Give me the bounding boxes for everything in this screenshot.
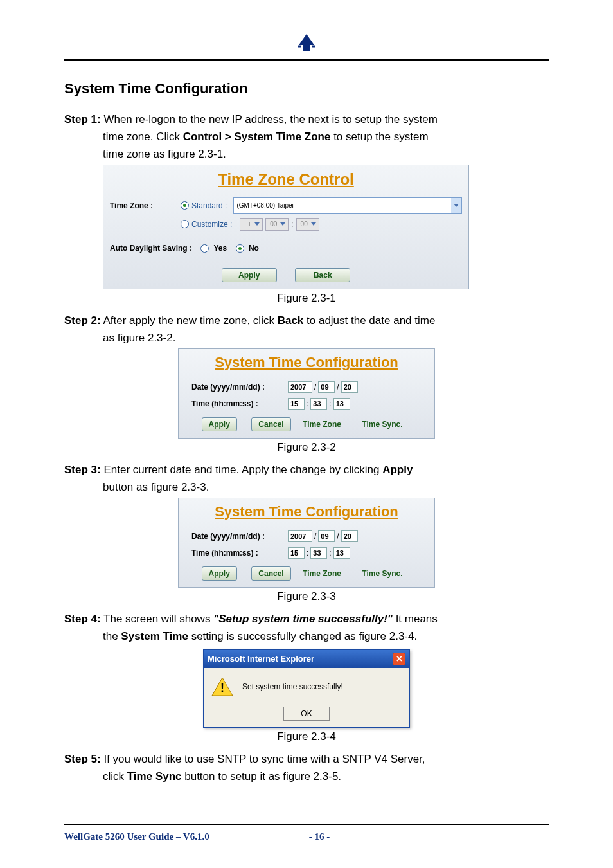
date-day-input[interactable]: 20	[341, 381, 358, 393]
svg-text:!: !	[220, 682, 224, 694]
step-5: Step 5: If you would like to use SNTP to…	[64, 752, 549, 767]
step-3: Step 3: Enter current date and time. App…	[64, 463, 549, 478]
cancel-button[interactable]: Cancel	[251, 417, 290, 431]
step-1: Step 1: When re-logon to the new IP addr…	[64, 113, 549, 127]
date-month-input[interactable]: 09	[318, 530, 335, 542]
timezone-select-value: (GMT+08:00) Taipei	[236, 202, 293, 209]
warning-icon: !	[211, 677, 233, 696]
time-zone-label: Time Zone :	[110, 201, 181, 210]
figure-2-3-4-caption: Figure 2.3-4	[64, 730, 549, 743]
time-ss-input[interactable]: 13	[333, 547, 350, 559]
panel-title: System Time Configuration	[185, 354, 428, 371]
close-icon[interactable]: ✕	[393, 653, 405, 665]
step-2-line2: as figure 2.3-2.	[103, 331, 549, 346]
time-mm-input[interactable]: 33	[310, 547, 327, 559]
figure-2-3-3-caption: Figure 2.3-3	[64, 590, 549, 603]
svg-rect-0	[303, 45, 310, 51]
ok-button[interactable]: OK	[283, 707, 330, 721]
time-hh-input[interactable]: 15	[288, 398, 305, 410]
radio-ads-no-label: No	[249, 244, 259, 253]
radio-ads-yes[interactable]	[200, 244, 209, 253]
apply-button[interactable]: Apply	[202, 417, 237, 431]
step-4-line2: the System Time setting is successfully …	[103, 629, 549, 644]
auto-daylight-row: Auto Daylight Saving : Yes No	[110, 244, 462, 253]
apply-button[interactable]: Apply	[222, 268, 277, 282]
apply-button[interactable]: Apply	[202, 566, 237, 581]
step-1-line3: time zone as figure 2.3-1.	[103, 147, 549, 162]
time-label: Time (hh:mm:ss) :	[191, 548, 288, 557]
customize-row: Customize : + 00 : 00	[181, 218, 462, 231]
date-year-input[interactable]: 2007	[288, 530, 312, 542]
header-divider	[64, 59, 549, 61]
time-zone-control-panel: Time Zone Control Time Zone : Standard :…	[103, 165, 469, 289]
timezone-select[interactable]: (GMT+08:00) Taipei	[233, 197, 462, 214]
figure-2-3-2-caption: Figure 2.3-2	[64, 441, 549, 454]
system-time-panel-3: System Time Configuration Date (yyyy/mm/…	[178, 498, 435, 588]
date-year-input[interactable]: 2007	[288, 381, 312, 393]
radio-standard[interactable]	[181, 201, 189, 210]
footer-guide: WellGate 5260 User Guide – V6.1.0	[64, 831, 209, 842]
customize-hour[interactable]: 00	[265, 218, 289, 231]
time-sync-link[interactable]: Time Sync.	[362, 569, 402, 578]
step-1-label: Step 1:	[64, 113, 101, 125]
ie-alert-dialog: Microsoft Internet Explorer ✕ ! Set syst…	[203, 649, 410, 728]
date-label: Date (yyyy/mm/dd) :	[191, 383, 288, 392]
customize-min[interactable]: 00	[296, 218, 319, 231]
auto-daylight-label: Auto Daylight Saving :	[110, 244, 192, 253]
customize-sign[interactable]: +	[240, 218, 263, 231]
time-zone-row: Time Zone : Standard : (GMT+08:00) Taipe…	[110, 197, 462, 214]
step-1-line2: time zone. Click Control > System Time Z…	[103, 130, 549, 145]
radio-customize[interactable]	[181, 220, 189, 228]
dialog-message: Set system time successfully!	[242, 682, 343, 691]
radio-customize-label: Customize :	[191, 220, 232, 229]
time-zone-link[interactable]: Time Zone	[303, 569, 341, 578]
panel-title: System Time Configuration	[185, 503, 428, 520]
radio-ads-no[interactable]	[236, 244, 244, 253]
step-1-text-a: When re-logon to the new IP address, the…	[101, 113, 438, 125]
brand-logo	[64, 32, 549, 57]
time-sync-link[interactable]: Time Sync.	[362, 420, 402, 429]
step-5-line2: click Time Sync button to setup it as fi…	[103, 770, 549, 784]
page-footer: WellGate 5260 User Guide – V6.1.0 - 16 -	[64, 804, 549, 842]
footer-page: - 16 -	[309, 831, 330, 842]
radio-standard-label: Standard :	[191, 201, 227, 210]
time-label: Time (hh:mm:ss) :	[191, 399, 288, 408]
time-zone-link[interactable]: Time Zone	[303, 420, 341, 429]
time-ss-input[interactable]: 13	[333, 398, 350, 410]
time-hh-input[interactable]: 15	[288, 547, 305, 559]
date-month-input[interactable]: 09	[318, 381, 335, 393]
radio-ads-yes-label: Yes	[213, 244, 227, 253]
figure-2-3-1-caption: Figure 2.3-1	[64, 292, 549, 305]
chevron-down-icon	[451, 198, 461, 213]
date-label: Date (yyyy/mm/dd) :	[191, 532, 288, 541]
step-3-line2: button as figure 2.3-3.	[103, 480, 549, 495]
cancel-button[interactable]: Cancel	[251, 566, 290, 581]
section-heading: System Time Configuration	[64, 80, 549, 97]
back-button[interactable]: Back	[295, 268, 350, 282]
step-4: Step 4: The screen will shows "Setup sys…	[64, 612, 549, 627]
step-2: Step 2: After apply the new time zone, c…	[64, 314, 549, 329]
system-time-panel-2: System Time Configuration Date (yyyy/mm/…	[178, 348, 435, 439]
date-day-input[interactable]: 20	[341, 530, 358, 542]
dialog-title: Microsoft Internet Explorer	[208, 654, 314, 664]
panel-title: Time Zone Control	[110, 170, 462, 188]
time-mm-input[interactable]: 33	[310, 398, 327, 410]
